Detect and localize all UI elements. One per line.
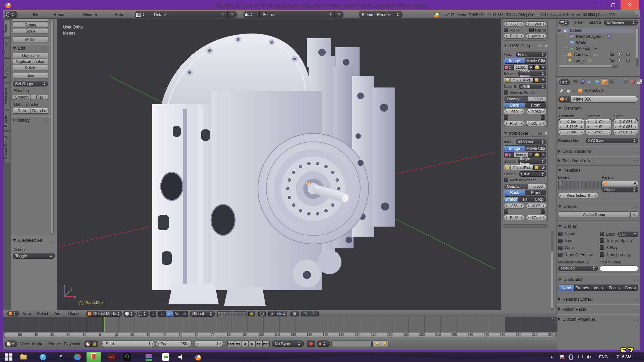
dup-group-tab[interactable]: Group	[622, 285, 638, 291]
view-menu[interactable]: View	[23, 310, 32, 317]
bg1-view-as-render-checkbox[interactable]	[504, 90, 508, 95]
outliner-view-menu[interactable]: View	[574, 18, 583, 27]
taskbar-explorer-icon[interactable]	[20, 353, 28, 361]
action-select[interactable]: Toggle	[13, 253, 55, 259]
tray-network-icon[interactable]	[578, 354, 586, 362]
loc-x-field[interactable]: X: 0m	[558, 119, 584, 124]
bg1-source-select[interactable]: Single Image	[518, 71, 546, 76]
rot-z-field[interactable]: Z: 0°	[586, 130, 612, 135]
bg2-movieclip-tab[interactable]: Movie Clip	[525, 146, 546, 151]
taskbar-steam-icon[interactable]	[58, 354, 64, 360]
snap-element-select[interactable]: H|H	[276, 311, 287, 316]
renderability-camera-icon[interactable]	[626, 52, 631, 57]
tab-scene-icon[interactable]	[587, 79, 593, 85]
manipulator-rotate-button[interactable]: ↻	[173, 311, 180, 317]
tab-tools[interactable]: Tools	[3, 20, 10, 37]
bg1-opacity-slider[interactable]: Opacity: 0.500	[504, 96, 546, 102]
taskbar-notes-icon[interactable]	[162, 353, 169, 361]
add-to-group-button[interactable]: Add to Group	[558, 212, 630, 218]
delta-transform-header[interactable]: Delta Transform	[558, 149, 638, 154]
collapsed-panel-stub[interactable]	[502, 224, 548, 228]
play-reverse-button[interactable]: ◀	[241, 341, 249, 347]
lock-time-button[interactable]: 🔒	[91, 341, 98, 347]
timeline-editor-type-button[interactable]	[5, 341, 17, 347]
outliner-row-renderlayers[interactable]: + RenderLayers |	[556, 34, 635, 39]
lock-to-scene-icon[interactable]: 🔒	[248, 311, 255, 316]
collapse-icon[interactable]: −	[557, 29, 561, 32]
editor-type-button[interactable]: i	[5, 11, 17, 18]
add-layout-button[interactable]: +	[218, 11, 227, 18]
scale-y-field[interactable]: Y: 0.051	[613, 124, 638, 130]
tray-battery-icon[interactable]	[568, 354, 576, 362]
bg2-front-tab[interactable]: Front	[525, 190, 546, 195]
bg1-offset-y-field[interactable]: 0.030	[526, 109, 546, 114]
outliner-search-menu[interactable]: Search	[588, 18, 601, 27]
bg1-colorspace-select[interactable]: sRGB	[519, 84, 546, 89]
start-button[interactable]	[5, 353, 13, 361]
maximize-button[interactable]: ▢	[606, 0, 620, 10]
display-texture-space-checkbox[interactable]	[600, 238, 604, 243]
shade-smooth-button[interactable]: Smooth	[13, 94, 31, 100]
display-wire-checkbox[interactable]	[558, 246, 562, 250]
render-engine-select[interactable]: Blender Render	[359, 11, 402, 18]
new-group-button[interactable]: +	[630, 212, 638, 218]
screen-layout-icon-button[interactable]	[135, 11, 151, 18]
duplicate-linked-button[interactable]: Duplicate Linked	[13, 59, 48, 64]
rotate-button[interactable]: Rotate	[13, 22, 48, 28]
loc-y-field[interactable]: -3.1705	[558, 124, 584, 130]
rotation-mode-select[interactable]: XYZ Euler	[586, 138, 638, 143]
outliner-display-select[interactable]: All Scenes	[604, 20, 638, 25]
bg2-image-tab[interactable]: Image	[504, 146, 525, 151]
select-menu[interactable]: Select	[37, 310, 48, 317]
object-color-swatch[interactable]	[600, 265, 638, 271]
bg0-offset-x-field[interactable]: .050	[504, 21, 524, 27]
menu-window[interactable]: Window	[83, 10, 98, 19]
taskbar-winrar-icon[interactable]	[145, 353, 152, 361]
bg2-flip-h-checkbox[interactable]	[504, 209, 508, 214]
tab-render-icon[interactable]	[573, 79, 579, 85]
tab-material-icon[interactable]	[630, 79, 636, 85]
transform-panel-header[interactable]: Transform	[558, 106, 638, 111]
bg1-offset-x-field[interactable]: .010	[504, 109, 524, 114]
play-button[interactable]: ▶	[249, 341, 256, 347]
outliner-editor-type-button[interactable]	[559, 20, 569, 25]
bg1-title[interactable]: 11051.2.jpg	[509, 44, 538, 48]
bg1-close-icon[interactable]: ✕	[544, 43, 548, 48]
tab-constraints-icon[interactable]	[608, 79, 615, 85]
current-frame-marker[interactable]	[104, 317, 105, 332]
bg2-pack-button[interactable]	[504, 165, 511, 170]
bg2-offset-y-field[interactable]: -0.05	[526, 203, 546, 208]
viewport-editor-type-button[interactable]	[7, 311, 19, 316]
bg1-image-icon-button[interactable]	[504, 65, 514, 70]
add-scene-button[interactable]: +	[326, 11, 335, 18]
scene-icon-button[interactable]	[244, 11, 260, 18]
mirror-button[interactable]: Mirror	[13, 37, 48, 42]
parent-field[interactable]	[602, 181, 638, 186]
data-layout-button[interactable]: Data La	[31, 108, 49, 114]
delete-scene-button[interactable]: ×	[335, 11, 343, 18]
tab-grease-pencil[interactable]: Grease Pencil	[3, 132, 10, 163]
menu-render[interactable]: Render	[54, 10, 67, 19]
opengl-render-icon[interactable]: 📷	[301, 311, 310, 316]
expand-icon[interactable]: +	[565, 35, 568, 38]
display-draw-all-edges-checkbox[interactable]	[558, 253, 562, 257]
expand-icon[interactable]: +	[565, 47, 568, 50]
set-origin-select[interactable]: Set Origin	[13, 81, 48, 86]
relations-panel-header[interactable]: Relations	[558, 168, 638, 173]
layers-grid-2[interactable]	[233, 311, 247, 317]
pivot-select[interactable]	[137, 311, 149, 317]
timeline-frame-menu[interactable]: Frame	[48, 340, 60, 348]
layers-grid-b[interactable]	[581, 181, 602, 189]
rot-x-field[interactable]: X: 0°	[586, 119, 612, 124]
expand-icon[interactable]: +	[562, 53, 566, 56]
record-button[interactable]	[307, 341, 315, 347]
start-frame-field[interactable]: Start:1	[101, 341, 155, 347]
layers-grid-1[interactable]	[217, 311, 231, 317]
tab-data-icon[interactable]	[623, 79, 629, 85]
bg1-flip-v-checkbox[interactable]	[541, 115, 545, 120]
npanel-scrollbar[interactable]	[551, 231, 553, 310]
bg1-movieclip-tab[interactable]: Movie Clip	[525, 58, 546, 63]
outliner-row-camera[interactable]: + Camera |	[556, 52, 635, 57]
region-resize-grip[interactable]	[633, 11, 640, 18]
tray-flag-icon[interactable]: x	[559, 354, 568, 362]
